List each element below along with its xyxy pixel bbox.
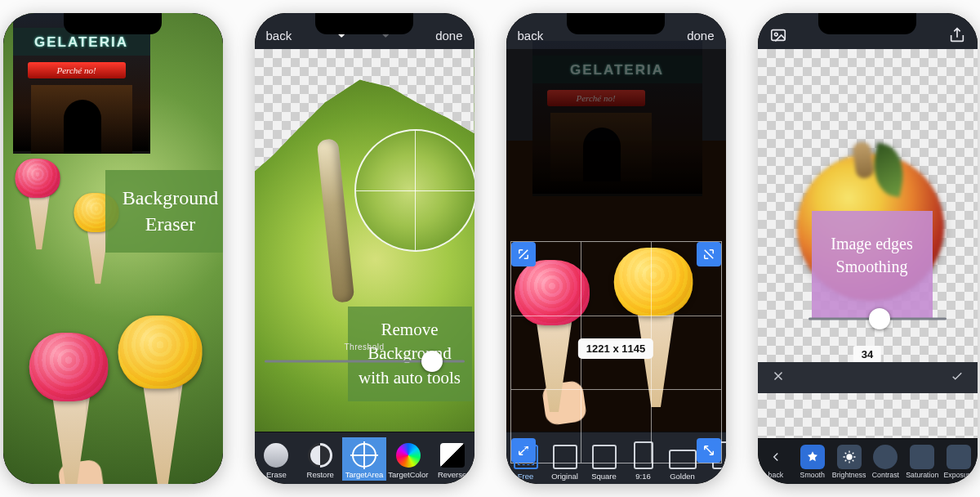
edit-exposure-label: Exposure bbox=[943, 471, 973, 479]
erase-icon bbox=[264, 443, 288, 468]
restore-icon bbox=[308, 443, 332, 468]
target-crosshair[interactable] bbox=[354, 129, 474, 252]
smooth-icon bbox=[800, 445, 825, 469]
person-silhouette bbox=[64, 100, 101, 154]
ratio-square-label: Square bbox=[591, 472, 617, 481]
editor-canvas[interactable]: Remove Background with auto tools Thresh… bbox=[255, 49, 474, 432]
gelato-mango-large bbox=[105, 316, 214, 484]
editor-canvas[interactable]: Image edges Smoothing 34 bbox=[758, 49, 978, 438]
share-icon[interactable] bbox=[948, 26, 966, 44]
composited-preview: GELATERIA Perché no! Background Eraser bbox=[3, 13, 223, 484]
notch bbox=[567, 13, 665, 34]
adjust-row bbox=[758, 362, 978, 393]
crop-dimensions: 1221 x 1145 bbox=[578, 338, 653, 359]
promo-label: Image edges Smoothing bbox=[812, 211, 933, 319]
threshold-slider[interactable] bbox=[265, 350, 465, 373]
done-button[interactable]: done bbox=[687, 29, 714, 43]
crop-handle-tl[interactable] bbox=[511, 242, 536, 266]
done-button[interactable]: done bbox=[435, 29, 462, 43]
promo-label: Background Eraser bbox=[105, 170, 223, 253]
brightness-icon bbox=[837, 445, 862, 469]
edit-back-label: back bbox=[768, 471, 784, 479]
confirm-icon[interactable] bbox=[950, 369, 964, 387]
tool-erase-label: Erase bbox=[266, 470, 287, 479]
saturation-icon bbox=[910, 445, 934, 469]
notch bbox=[315, 13, 413, 34]
gelato-pink-large bbox=[17, 333, 120, 484]
back-button[interactable]: back bbox=[518, 29, 544, 43]
svg-point-3 bbox=[847, 454, 852, 459]
ratio-free-label: Free bbox=[518, 472, 534, 481]
exposure-icon bbox=[947, 445, 971, 469]
crop-handle-tr[interactable] bbox=[697, 242, 721, 266]
svg-marker-2 bbox=[808, 451, 817, 461]
reverse-icon bbox=[440, 443, 465, 468]
apple-stem bbox=[316, 138, 354, 303]
tool-restore-label: Restore bbox=[307, 470, 334, 479]
target-color-icon bbox=[396, 443, 421, 468]
screenshot-2: back ↶ ↷ done Remove Background with aut… bbox=[255, 13, 474, 484]
crop-canvas[interactable]: GELATERIA Perché no! bbox=[506, 49, 726, 432]
tool-target-area[interactable]: TargetArea bbox=[342, 437, 386, 481]
edit-exposure[interactable]: Exposure bbox=[941, 445, 978, 479]
tool-strip: Erase Restore TargetArea TargetColor Rev… bbox=[255, 432, 474, 484]
edit-smooth-label: Smooth bbox=[800, 471, 825, 479]
smooth-slider[interactable] bbox=[808, 311, 947, 327]
screenshot-3: back done GELATERIA Perché no! bbox=[506, 13, 726, 484]
svg-point-1 bbox=[774, 33, 777, 36]
screenshot-1: GELATERIA Perché no! Background Eraser bbox=[3, 13, 223, 484]
notch bbox=[818, 13, 916, 34]
ratio-golden-label: Golden bbox=[670, 472, 695, 481]
contrast-icon bbox=[873, 445, 898, 469]
crop-handle-br[interactable] bbox=[697, 438, 721, 463]
tool-target-color-label: TargetColor bbox=[388, 470, 428, 479]
tool-restore[interactable]: Restore bbox=[298, 437, 342, 481]
screenshot-4: Image edges Smoothing 34 back bbox=[758, 13, 978, 484]
store-sign-text: GELATERIA bbox=[34, 35, 128, 49]
edit-strip: back Smooth Brightness Contrast Saturati… bbox=[758, 438, 978, 484]
edit-contrast-label: Contrast bbox=[872, 471, 899, 479]
slider-thumb[interactable] bbox=[421, 351, 443, 372]
smooth-value: 34 bbox=[853, 346, 881, 363]
gallery-icon[interactable] bbox=[769, 26, 787, 44]
cancel-icon[interactable] bbox=[771, 369, 786, 387]
slider-thumb[interactable] bbox=[869, 308, 890, 329]
back-button[interactable]: back bbox=[266, 29, 292, 43]
notch bbox=[64, 13, 162, 34]
target-area-icon bbox=[352, 443, 376, 468]
tool-reverse[interactable]: Reverse bbox=[430, 437, 474, 481]
edit-smooth[interactable]: Smooth bbox=[794, 445, 831, 479]
tool-target-area-label: TargetArea bbox=[345, 470, 383, 479]
edit-brightness[interactable]: Brightness bbox=[831, 445, 867, 479]
ratio-original-label: Original bbox=[551, 472, 578, 481]
edit-back[interactable]: back bbox=[758, 445, 795, 479]
edit-saturation-label: Saturation bbox=[906, 471, 938, 479]
ratio-9-16-label: 9:16 bbox=[635, 472, 651, 481]
edit-brightness-label: Brightness bbox=[832, 471, 866, 479]
edit-saturation[interactable]: Saturation bbox=[904, 445, 941, 479]
edit-contrast[interactable]: Contrast bbox=[867, 445, 904, 479]
tool-reverse-label: Reverse bbox=[438, 470, 466, 479]
tool-erase[interactable]: Erase bbox=[255, 437, 299, 481]
gelato-pink-small bbox=[8, 159, 67, 257]
tool-target-color[interactable]: TargetColor bbox=[386, 437, 430, 481]
neon-sign: Perché no! bbox=[28, 62, 126, 78]
crop-box[interactable]: 1221 x 1145 bbox=[511, 242, 721, 463]
ratio-4-6-label: 4:6 bbox=[716, 472, 726, 481]
